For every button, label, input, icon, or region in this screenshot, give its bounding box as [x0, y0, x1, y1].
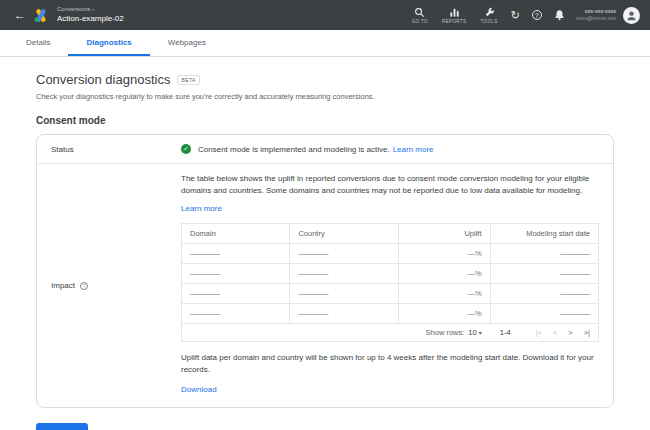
table-row: ———— ———— —% ———— — [182, 304, 599, 324]
tab-details[interactable]: Details — [8, 30, 68, 56]
table-row: ———— ———— —% ———— — [182, 284, 599, 304]
impact-label: Impact — [51, 281, 75, 290]
cell-domain: ———— — [182, 244, 290, 264]
cell-country: ———— — [290, 284, 398, 304]
cell-domain: ———— — [182, 304, 290, 324]
cell-start-date: ———— — [490, 284, 598, 304]
page-footer: Back — [0, 408, 650, 430]
tools-button[interactable]: TOOLS — [480, 7, 497, 24]
cell-start-date: ———— — [490, 304, 598, 324]
reports-label: REPORTS — [442, 19, 466, 24]
tab-bar: Details Diagnostics Webpages — [0, 30, 650, 57]
impact-learn-more-link[interactable]: Learn more — [181, 204, 222, 213]
section-title-consent-mode: Consent mode — [36, 115, 614, 126]
help-button[interactable]: ? — [532, 10, 542, 20]
cell-domain: ———— — [182, 284, 290, 304]
table-row: ———— ———— —% ———— — [182, 264, 599, 284]
cell-start-date: ———— — [490, 244, 598, 264]
show-rows-select[interactable]: 10 — [468, 328, 476, 337]
column-header-uplift[interactable]: Uplift — [398, 224, 490, 244]
tab-diagnostics[interactable]: Diagnostics — [68, 30, 149, 56]
account-email: xxxx@xxxxx.xxx — [576, 15, 616, 22]
cell-country: ———— — [290, 304, 398, 324]
next-page-button[interactable]: > — [568, 328, 572, 337]
search-icon — [414, 7, 425, 18]
last-page-button[interactable]: >| — [584, 328, 590, 337]
help-icon: ? — [532, 10, 542, 20]
reports-button[interactable]: REPORTS — [442, 7, 466, 24]
cell-country: ———— — [290, 244, 398, 264]
bell-icon — [554, 9, 565, 21]
impact-help-icon[interactable]: ? — [80, 282, 88, 290]
column-header-modeling-start-date[interactable]: Modeling start date — [490, 224, 598, 244]
goto-button[interactable]: GO TO — [412, 7, 428, 24]
impact-content: The table below shows the uplift in repo… — [181, 173, 599, 398]
success-check-icon: ✓ — [181, 144, 191, 154]
back-button[interactable]: Back — [36, 423, 88, 430]
beta-badge: BETA — [177, 75, 199, 85]
consent-mode-card: Status ✓ Consent mode is implemented and… — [36, 134, 614, 408]
status-label: Status — [51, 145, 181, 154]
status-message: Consent mode is implemented and modeling… — [198, 145, 390, 154]
tools-label: TOOLS — [480, 19, 497, 24]
page-subtitle: Check your diagnostics regularly to make… — [36, 92, 614, 101]
table-header-row: Domain Country Uplift Modeling start dat… — [182, 224, 599, 244]
cell-domain: ———— — [182, 264, 290, 284]
tab-webpages[interactable]: Webpages — [150, 30, 224, 56]
refresh-icon[interactable]: ↻ — [511, 9, 520, 22]
cell-uplift: —% — [398, 304, 490, 324]
reports-chart-icon — [449, 7, 460, 18]
impact-row: Impact ? The table below shows the uplif… — [37, 164, 613, 407]
cell-start-date: ———— — [490, 264, 598, 284]
chevron-down-icon[interactable]: ▾ — [479, 329, 482, 336]
cell-uplift: —% — [398, 264, 490, 284]
download-link[interactable]: Download — [181, 385, 217, 394]
show-rows-label: Show rows: — [426, 328, 465, 337]
column-header-domain[interactable]: Domain — [182, 224, 290, 244]
pagination-range: 1-4 — [500, 328, 511, 337]
account-id: xxx-xxx-xxxx — [576, 8, 616, 15]
table-row: ———— ———— —% ———— — [182, 244, 599, 264]
wrench-icon — [484, 7, 495, 18]
back-arrow-icon[interactable]: ← — [14, 8, 26, 22]
cell-uplift: —% — [398, 284, 490, 304]
uplift-table: Domain Country Uplift Modeling start dat… — [181, 223, 599, 342]
breadcrumb-parent[interactable]: Conversions › — [57, 6, 124, 14]
uplift-note: Uplift data per domain and country will … — [181, 352, 599, 376]
column-header-country[interactable]: Country — [290, 224, 398, 244]
impact-label-cell: Impact ? — [51, 173, 181, 398]
first-page-button[interactable]: |< — [536, 328, 542, 337]
status-learn-more-link[interactable]: Learn more — [393, 145, 434, 154]
previous-page-button[interactable]: < — [553, 328, 557, 337]
pagination-row: Show rows: 10 ▾ 1-4 |< < > >| — [182, 324, 599, 342]
impact-description: The table below shows the uplift in repo… — [181, 173, 599, 197]
avatar[interactable] — [623, 7, 640, 24]
breadcrumb: Conversions › Action-example-02 — [57, 6, 124, 24]
cell-uplift: —% — [398, 244, 490, 264]
goto-label: GO TO — [412, 19, 428, 24]
pagination-controls: Show rows: 10 ▾ 1-4 |< < > >| — [190, 328, 590, 337]
notifications-button[interactable] — [554, 9, 565, 21]
person-icon — [625, 9, 638, 22]
google-ads-logo-icon — [34, 9, 48, 22]
page-title: Conversion diagnostics — [36, 72, 170, 87]
breadcrumb-current: Action-example-02 — [57, 14, 124, 24]
account-info: xxx-xxx-xxxx xxxx@xxxxx.xxx — [576, 8, 616, 22]
top-app-bar: ← Conversions › Action-example-02 GO TO … — [0, 0, 650, 30]
main-content: Conversion diagnostics BETA Check your d… — [0, 57, 650, 408]
status-row: Status ✓ Consent mode is implemented and… — [37, 135, 613, 164]
cell-country: ———— — [290, 264, 398, 284]
